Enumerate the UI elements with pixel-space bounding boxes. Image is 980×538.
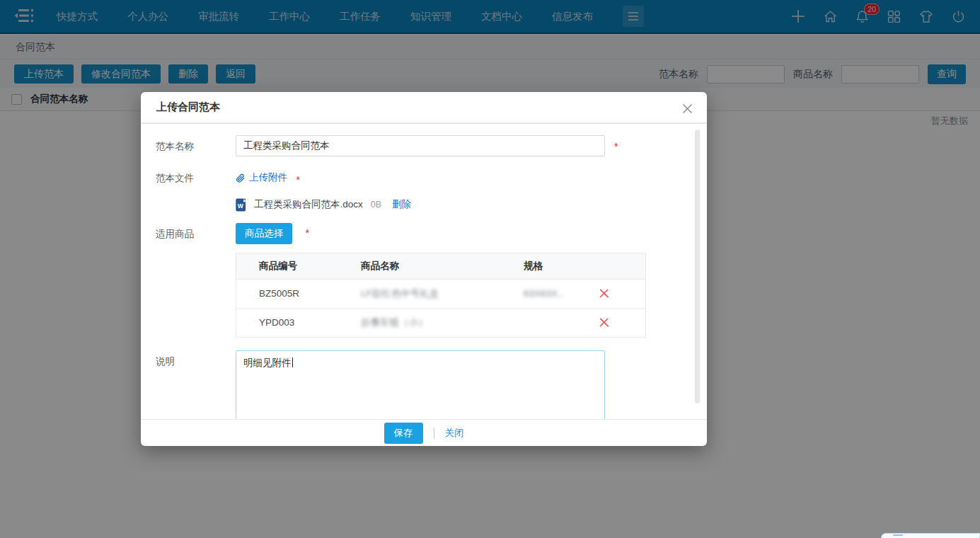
file-name: 工程类采购合同范本.docx xyxy=(254,198,363,211)
modal-body: 范本名称 * 范本文件 上传附件 * xyxy=(141,124,707,420)
upload-template-modal: 上传合同范本 范本名称 * 范本文件 上传附件 xyxy=(141,92,707,446)
widget-accent xyxy=(893,534,903,536)
products-table-header: 商品编号 商品名称 规格 xyxy=(236,253,646,279)
remove-product-button[interactable] xyxy=(597,287,611,300)
product-name-cell: 折叠车镜（小） xyxy=(355,308,518,337)
modal-close-button[interactable] xyxy=(679,101,696,117)
products-field-control: 商品选择 * 商品编号 商品名称 规格 xyxy=(236,223,646,338)
word-file-icon: W xyxy=(236,198,248,212)
close-icon xyxy=(682,103,693,114)
note-textarea[interactable]: 明细见附件 xyxy=(236,350,605,420)
required-asterisk: * xyxy=(305,227,309,239)
required-asterisk: * xyxy=(296,174,299,185)
app-window: 快捷方式 个人办公 审批流转 工作中心 工作任务 知识管理 文档中心 信息发布 xyxy=(0,0,980,538)
redacted-product-name: 折叠车镜（小） xyxy=(361,317,428,328)
product-code-cell: BZ5005R xyxy=(236,279,356,308)
uploaded-file-row: W 工程类采购合同范本.docx 0B 删除 xyxy=(236,198,411,212)
required-asterisk: * xyxy=(614,135,618,152)
product-code-cell: YPD003 xyxy=(236,308,356,337)
col-actions xyxy=(592,253,646,279)
upload-attachment-label: 上传附件 xyxy=(249,171,287,184)
row-actions-cell xyxy=(592,279,646,308)
modal-scrollbar-thumb[interactable] xyxy=(695,130,700,404)
redacted-product-name: LF款红色中号礼盒 xyxy=(361,288,439,299)
file-size: 0B xyxy=(371,200,381,210)
modal-title: 上传合同范本 xyxy=(156,101,220,114)
col-product-code: 商品编号 xyxy=(236,253,356,279)
text-caret xyxy=(292,357,293,367)
table-row: BZ5005R LF款红色中号礼盒 63X63X.. xyxy=(236,279,646,308)
svg-text:W: W xyxy=(238,202,244,209)
table-row: YPD003 折叠车镜（小） xyxy=(236,308,646,337)
row-actions-cell xyxy=(592,308,646,337)
applicable-products-field-row: 适用商品 商品选择 * 商品编号 商品名称 规格 xyxy=(156,223,690,338)
file-delete-link[interactable]: 删除 xyxy=(392,198,411,211)
file-field-control: 上传附件 * W 工程类采购合同范本.docx 0B 删除 xyxy=(236,167,411,212)
template-file-field-row: 范本文件 上传附件 * W xyxy=(156,167,690,212)
spec-cell: 63X63X.. xyxy=(518,279,592,308)
product-select-button[interactable]: 商品选择 xyxy=(236,223,292,244)
modal-header: 上传合同范本 xyxy=(141,92,707,124)
remove-x-icon xyxy=(599,288,609,299)
field-label-template-name: 范本名称 xyxy=(156,135,236,153)
modal-footer: 保存 关闭 xyxy=(141,419,707,446)
col-product-name: 商品名称 xyxy=(355,253,518,279)
footer-separator xyxy=(434,428,434,439)
field-label-template-file: 范本文件 xyxy=(156,167,236,185)
modal-template-name-input[interactable] xyxy=(236,135,605,156)
field-label-applicable-products: 适用商品 xyxy=(156,223,236,241)
paperclip-icon xyxy=(236,173,246,183)
save-button[interactable]: 保存 xyxy=(384,423,423,444)
selected-products-table: 商品编号 商品名称 规格 BZ5005R LF款红色中号礼盒 63X63X.. xyxy=(236,253,646,338)
template-name-field-row: 范本名称 * xyxy=(156,135,690,156)
close-link[interactable]: 关闭 xyxy=(445,427,464,440)
redacted-spec: 63X63X.. xyxy=(524,288,563,299)
remove-x-icon xyxy=(599,317,609,328)
col-spec: 规格 xyxy=(518,253,592,279)
spec-cell xyxy=(518,308,592,337)
product-name-cell: LF款红色中号礼盒 xyxy=(355,279,518,308)
note-field-row: 说明 明细见附件 xyxy=(156,350,690,420)
floating-widget[interactable] xyxy=(881,533,980,538)
remove-product-button[interactable] xyxy=(597,316,611,329)
field-label-note: 说明 xyxy=(156,350,236,368)
note-text: 明细见附件 xyxy=(243,357,292,368)
upload-attachment-link[interactable]: 上传附件 xyxy=(236,167,287,184)
